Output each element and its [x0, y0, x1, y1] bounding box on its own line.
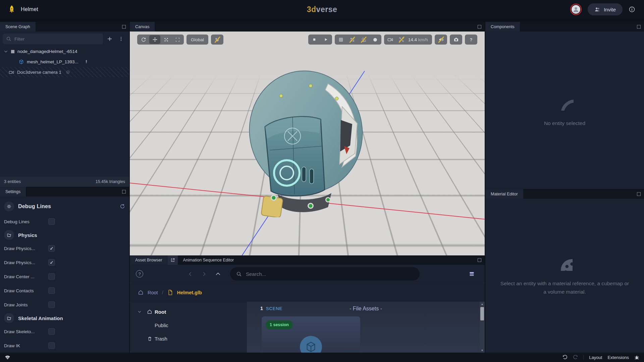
tree-row-mesh[interactable]: mesh_helmet_LP_1393... [0, 57, 129, 67]
tab-animation-sequence-editor[interactable]: Animation Sequence Editor [178, 255, 239, 265]
components-float-icon[interactable] [637, 25, 641, 28]
asset-search-input[interactable] [246, 271, 414, 277]
viewport-help-button[interactable]: ? [466, 35, 477, 44]
components-panel: No entity selected [485, 32, 644, 189]
checkbox-draw-contacts[interactable] [48, 287, 55, 294]
home-icon[interactable] [138, 290, 144, 295]
checkbox-draw-physics-1[interactable] [48, 245, 55, 252]
snap-magnet-button[interactable] [212, 35, 223, 44]
checkbox-debug-lines[interactable] [48, 218, 55, 225]
tab-canvas[interactable]: Canvas [130, 22, 155, 32]
viewport-3d[interactable]: Global 14.4 [130, 32, 485, 255]
debug-shapes-toggle-button[interactable] [358, 35, 369, 44]
material-editor-float-icon[interactable] [637, 192, 641, 196]
extensions-button[interactable]: Extensions [607, 355, 629, 360]
app-logo-icon[interactable] [7, 5, 16, 14]
status-bar: Layout Extensions [0, 353, 644, 362]
checkbox-draw-physics-2[interactable] [48, 259, 55, 266]
breadcrumb-root[interactable]: Root [148, 290, 158, 295]
move-tool-button[interactable] [149, 35, 160, 44]
play-button[interactable] [320, 35, 331, 44]
folder-label: Public [155, 322, 168, 328]
more-options-button[interactable] [116, 34, 126, 44]
space-mode-button[interactable]: Global [186, 35, 208, 45]
helmet-model[interactable] [241, 66, 369, 217]
invite-button[interactable]: Invite [588, 3, 623, 15]
checkbox-draw-center[interactable] [48, 273, 55, 280]
file-assets-scrollbar[interactable]: ▲ ▼ [480, 302, 485, 353]
setting-label: Draw Contacts [4, 288, 44, 293]
tree-camera-label: Doc3dverse camera 1 [17, 70, 61, 75]
list-view-toggle[interactable] [469, 271, 475, 277]
info-icon[interactable] [629, 6, 635, 13]
filter-box[interactable] [3, 34, 103, 44]
nav-forward-icon[interactable] [202, 272, 207, 277]
tab-settings[interactable]: Settings [0, 187, 26, 196]
asset-search-box[interactable] [230, 267, 420, 281]
popout-icon[interactable] [168, 255, 178, 265]
chevron-down-icon[interactable] [1, 49, 10, 54]
viewport-camera-button[interactable] [385, 35, 396, 44]
folder-row-root[interactable]: Root [130, 305, 247, 318]
settings-folder-label: Physics [18, 232, 37, 238]
mute-audio-button[interactable] [435, 35, 446, 44]
scale-tool-button[interactable] [161, 35, 172, 44]
settings-float-icon[interactable] [122, 190, 126, 193]
checkbox-draw-ik[interactable] [48, 342, 55, 349]
screenshot-button[interactable] [450, 35, 462, 44]
scroll-down-arrow[interactable]: ▼ [480, 348, 485, 353]
grid-toggle-button[interactable] [335, 35, 346, 44]
triangles-count: 15.45k triangles [96, 179, 125, 184]
file-icon [167, 290, 173, 295]
frame-select-button[interactable] [172, 35, 183, 44]
redo-icon[interactable] [573, 355, 578, 360]
filter-input[interactable] [14, 37, 100, 42]
drone-mode-button[interactable] [396, 35, 407, 44]
brand-logo: 3dverse [307, 5, 337, 14]
scroll-thumb[interactable] [480, 307, 484, 320]
project-title: Helmet [21, 6, 38, 12]
target-icon[interactable] [66, 70, 70, 74]
canvas-float-icon[interactable] [478, 25, 481, 28]
gizmo-toggle-button[interactable] [347, 35, 358, 44]
tab-asset-browser[interactable]: Asset Browser [130, 255, 168, 265]
undo-icon[interactable] [562, 355, 568, 360]
tab-material-editor[interactable]: Material Editor [485, 189, 523, 199]
setting-label: Debug Lines [4, 219, 44, 224]
tab-scene-graph[interactable]: Scene Graph [0, 22, 36, 32]
settings-folder-label: Skeletal Animation [18, 315, 63, 321]
folder-label: Trash [155, 336, 167, 342]
checkbox-draw-joints[interactable] [48, 301, 55, 308]
checkbox-draw-skeleton[interactable] [48, 328, 55, 335]
skybox-toggle-button[interactable] [370, 35, 381, 44]
camera-speed: 14.4 km/h [408, 37, 431, 42]
folder-row-trash[interactable]: Trash [130, 332, 247, 345]
rotate-tool-button[interactable] [138, 35, 149, 44]
layout-button[interactable]: Layout [589, 355, 602, 360]
folder-tree: Root Public Trash [130, 302, 247, 353]
add-entity-button[interactable] [105, 34, 114, 44]
scene-graph-panel: node_damagedHelmet_-6514 mesh_helmet_LP_… [0, 32, 129, 353]
scene-graph-float-icon[interactable] [122, 25, 126, 28]
material-editor-panel: Select an entity with a material referen… [485, 199, 644, 353]
chevron-down-icon[interactable] [138, 310, 142, 314]
nav-up-icon[interactable] [215, 271, 221, 277]
asset-browser-float-icon[interactable] [478, 258, 481, 262]
nav-back-icon[interactable] [188, 272, 193, 277]
tab-components[interactable]: Components [485, 22, 520, 32]
tree-row-camera[interactable]: Doc3dverse camera 1 [0, 67, 129, 77]
setting-label: Draw Physics... [4, 246, 44, 251]
user-avatar[interactable] [570, 4, 582, 15]
people-icon [594, 6, 600, 12]
tree-row-node[interactable]: node_damagedHelmet_-6514 [0, 46, 129, 57]
reset-icon[interactable] [120, 204, 125, 209]
settings-panel: Debug Lines Debug Lines Physics Draw Phy… [0, 196, 129, 353]
scene-card[interactable]: 1 session [262, 316, 360, 353]
folder-row-public[interactable]: Public [130, 318, 247, 332]
stop-button[interactable] [309, 35, 320, 44]
brand-accent: 3d [307, 5, 316, 14]
scroll-up-arrow[interactable]: ▲ [480, 302, 485, 306]
asset-help-button[interactable]: ? [136, 270, 143, 278]
bug-report-icon[interactable] [634, 355, 639, 360]
brush-icon[interactable] [84, 60, 89, 64]
